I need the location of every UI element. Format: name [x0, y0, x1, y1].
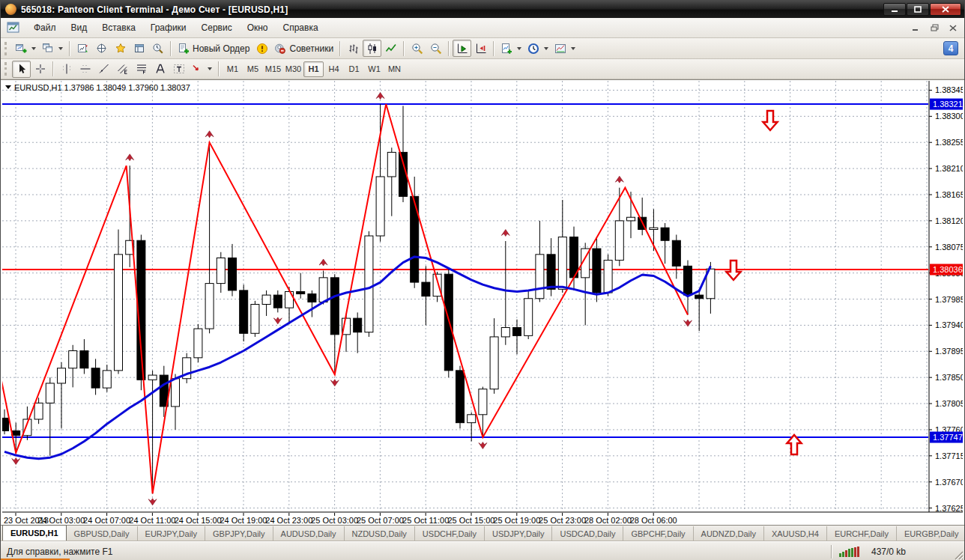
chart-canvas[interactable]: 1.383451.383001.382551.382101.381651.381…: [2, 81, 963, 526]
chart-tab-xauusd-h4[interactable]: XAUUSD,H4: [764, 526, 827, 541]
menu-item-view[interactable]: Вид: [64, 19, 95, 36]
child-close-button[interactable]: [945, 21, 961, 34]
chart-tab-gbpusd-daily[interactable]: GBPUSD,Daily: [67, 526, 138, 541]
title-bar[interactable]: 565018: Panteon Client Terminal - Демо С…: [1, 1, 964, 18]
toolbar-button-auto-scroll[interactable]: [453, 40, 471, 57]
periods-icon: [527, 43, 539, 55]
bar-chart-icon: [348, 43, 360, 55]
toolbar-button-zoom-out[interactable]: [426, 40, 445, 57]
child-restore-icon: [931, 24, 939, 31]
child-minimize-button[interactable]: [907, 21, 924, 34]
data-window-icon: [96, 43, 108, 55]
chart-tab-gbpjpy-daily[interactable]: GBPJPY,Daily: [205, 526, 273, 541]
chart-tab-eurchf-daily[interactable]: EURCHF,Daily: [827, 526, 897, 541]
timeframe-button-w1[interactable]: W1: [364, 61, 384, 77]
timeframe-button-h4[interactable]: H4: [324, 61, 344, 77]
svg-text:28 Oct 02:00: 28 Oct 02:00: [584, 516, 632, 525]
chart-tab-eurgbp-daily[interactable]: EURGBP,Daily: [897, 526, 965, 541]
menu-item-charts[interactable]: Графики: [143, 19, 194, 36]
timeframe-button-m5[interactable]: M5: [243, 61, 263, 77]
chart-tab-usdjpy-daily[interactable]: USDJPY,Daily: [485, 526, 553, 541]
toolbar-button-templates[interactable]: [551, 40, 578, 57]
toolbar-button-periods[interactable]: [524, 40, 551, 57]
indicators-icon: [500, 43, 512, 55]
toolbar-button-crosshair[interactable]: [31, 61, 49, 78]
menu-item-help[interactable]: Справка: [276, 19, 326, 36]
close-button[interactable]: [930, 3, 961, 16]
toolbar-button-fibonacci[interactable]: [132, 61, 151, 78]
timeframe-button-mn[interactable]: MN: [384, 61, 405, 77]
annotation-arrow-down[interactable]: [763, 111, 778, 130]
timeframe-button-m1[interactable]: M1: [223, 61, 243, 77]
timeframe-button-d1[interactable]: D1: [344, 61, 364, 77]
chart-tab-audusd-daily[interactable]: AUDUSD,Daily: [273, 526, 345, 541]
status-help-text: Для справки, нажмите F1: [7, 547, 112, 557]
chart-tab-gbpchf-daily[interactable]: GBPCHF,Daily: [623, 526, 693, 541]
toolbar-button-cursor[interactable]: [12, 61, 31, 78]
toolbar-button-horizontal-line[interactable]: [76, 61, 94, 78]
child-restore-button[interactable]: [926, 21, 943, 34]
toolbar-button-indicators[interactable]: [497, 40, 524, 57]
symbol-collapse-icon[interactable]: [5, 85, 11, 89]
svg-text:1.38165: 1.38165: [935, 190, 963, 199]
toolbar-button-advisors[interactable]: Советники: [271, 40, 336, 57]
toolbar-button-text[interactable]: [151, 61, 169, 78]
child-close-icon: [949, 25, 957, 31]
toolbar-button-zoom-in[interactable]: [408, 40, 426, 57]
resize-grip[interactable]: [953, 550, 964, 560]
toolbar-button-data-window[interactable]: [92, 40, 111, 57]
svg-text:1.38210: 1.38210: [935, 164, 963, 173]
window-title: 565018: Panteon Client Terminal - Демо С…: [21, 4, 288, 15]
toolbar-button-profiles[interactable]: [39, 40, 66, 57]
svg-text:1.38255: 1.38255: [935, 138, 963, 147]
time-axis[interactable]: 23 Oct 201324 Oct 03:0024 Oct 07:0024 Oc…: [4, 513, 677, 525]
toolbar-button-important[interactable]: [252, 40, 271, 57]
dropdown-caret-icon: [31, 47, 36, 50]
toolbar-button-line-chart[interactable]: [381, 40, 400, 57]
chart-tab-audnzd-daily[interactable]: AUDNZD,Daily: [694, 526, 764, 541]
menu-item-service[interactable]: Сервис: [194, 19, 240, 36]
strategy-tester-icon: [152, 43, 164, 55]
toolbar-button-new-order[interactable]: Новый Ордер: [175, 40, 252, 57]
svg-text:1.37670: 1.37670: [935, 478, 963, 487]
toolbar-button-terminal[interactable]: [130, 40, 148, 57]
dropdown-caret-icon: [58, 47, 63, 50]
chart-tab-eurusd-h1[interactable]: EURUSD,H1: [2, 525, 67, 541]
chart-shift-icon: [475, 43, 487, 55]
new-order-icon: [178, 43, 190, 55]
timeframe-button-m30[interactable]: M30: [283, 61, 303, 77]
toolbar-button-market-watch[interactable]: [73, 40, 92, 57]
child-minimize-icon: [912, 25, 919, 31]
toolbar-button-equidistant-channel[interactable]: [113, 61, 132, 78]
chart-tab-eurjpy-daily[interactable]: EURJPY,Daily: [138, 526, 206, 541]
dropdown-caret-icon: [208, 67, 212, 70]
chart-tab-usdchf-daily[interactable]: USDCHF,Daily: [415, 526, 485, 541]
toolbar-button-candle-chart[interactable]: [363, 40, 381, 57]
svg-text:1.37985: 1.37985: [935, 295, 963, 304]
price-axis[interactable]: 1.383451.383001.382551.382101.381651.381…: [929, 85, 963, 512]
notifications-badge[interactable]: 4: [943, 41, 958, 55]
timeframe-button-m15[interactable]: M15: [263, 61, 283, 77]
chart-tab-usdcad-daily[interactable]: USDCAD,Daily: [552, 526, 623, 541]
advisors-icon: [274, 43, 286, 55]
menu-item-window[interactable]: Окно: [240, 19, 276, 36]
toolbar-button-bar-chart[interactable]: [344, 40, 363, 57]
menu-item-insert[interactable]: Вставка: [94, 19, 143, 36]
toolbar-button-arrows[interactable]: [188, 61, 215, 78]
timeframe-button-h1[interactable]: H1: [303, 61, 324, 77]
maximize-icon: [914, 6, 922, 13]
minimize-button[interactable]: [883, 3, 906, 16]
toolbar-button-chart-shift[interactable]: [471, 40, 490, 57]
toolbar-button-vertical-line[interactable]: [57, 61, 76, 78]
toolbar-button-navigator[interactable]: [111, 40, 130, 57]
toolbar-button-trendline[interactable]: [94, 61, 113, 78]
toolbar-button-new-chart[interactable]: [12, 40, 39, 57]
cursor-icon: [16, 63, 28, 75]
svg-text:28 Oct 06:00: 28 Oct 06:00: [630, 516, 677, 525]
chart-tab-nzdusd-daily[interactable]: NZDUSD,Daily: [345, 526, 415, 541]
toolbar-button-strategy-tester[interactable]: [148, 40, 167, 57]
toolbar-button-text-label[interactable]: [169, 61, 188, 78]
svg-text:1.37715: 1.37715: [935, 451, 963, 460]
menu-item-file[interactable]: Файл: [26, 19, 64, 36]
maximize-button[interactable]: [907, 3, 929, 16]
